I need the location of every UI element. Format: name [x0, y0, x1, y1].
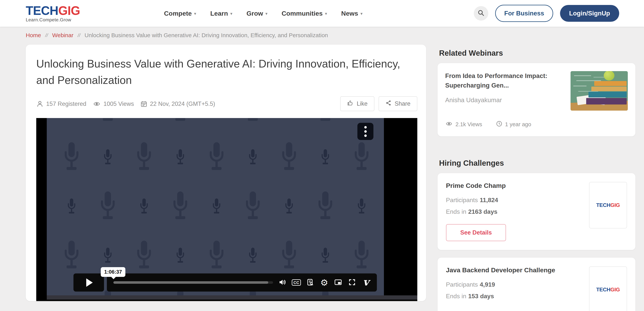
webinar-date: 22 Nov, 2024 (GMT+5.5)	[140, 100, 215, 107]
challenge-title[interactable]: Java Backend Developer Challenge	[446, 266, 583, 274]
challenge-card[interactable]: Java Backend Developer Challenge Partici…	[438, 258, 636, 311]
closed-captions-button[interactable]: CC	[292, 278, 301, 287]
page-title: Unlocking Business Value with Generative…	[36, 56, 408, 88]
play-icon	[86, 278, 93, 287]
share-icon	[386, 100, 392, 108]
player-overflow-menu-button[interactable]	[358, 123, 374, 140]
mic-icon	[102, 247, 114, 265]
nav-item-learn[interactable]: Learn▾	[210, 10, 232, 17]
share-button[interactable]: Share	[378, 96, 417, 111]
play-button[interactable]	[74, 274, 104, 292]
picture-in-picture-icon	[334, 278, 342, 287]
eye-icon	[445, 121, 453, 128]
nav-item-communities[interactable]: Communities▾	[282, 10, 327, 17]
mic-icon	[283, 198, 295, 216]
see-details-button[interactable]: See Details	[446, 224, 506, 241]
mic-icon	[314, 118, 336, 125]
mic-icon	[247, 247, 259, 265]
mic-pattern	[47, 118, 384, 295]
for-business-button[interactable]: For Business	[495, 5, 553, 22]
fullscreen-icon	[348, 278, 356, 287]
share-label: Share	[394, 100, 410, 107]
related-webinar-age: 1 year ago	[496, 120, 531, 128]
mic-icon	[102, 149, 114, 167]
transcript-icon	[306, 278, 314, 287]
mic-icon	[350, 141, 373, 175]
date-text: 22 Nov, 2024 (GMT+5.5)	[150, 100, 215, 107]
time-tooltip: 1:06:37	[101, 267, 125, 277]
hiring-challenges-heading: Hiring Challenges	[439, 159, 636, 167]
header-actions: For Business Login/SignUp	[474, 5, 619, 22]
video-content	[47, 118, 384, 295]
player-bottom-edge	[36, 300, 417, 301]
logo-text: TECHGIG	[26, 4, 80, 17]
transcript-button[interactable]	[306, 278, 315, 287]
mic-icon	[242, 118, 264, 125]
mic-icon	[314, 190, 336, 224]
mic-icon	[247, 149, 259, 167]
views-count: 1005 Views	[93, 100, 134, 107]
mic-icon	[138, 198, 150, 216]
clock-icon	[496, 120, 502, 128]
registered-text: 157 Registered	[46, 100, 86, 107]
webinar-card: Unlocking Business Value with Generative…	[26, 45, 426, 301]
mic-icon	[278, 239, 300, 273]
mic-icon	[133, 141, 155, 175]
challenge-title[interactable]: Prime Code Champ	[446, 182, 583, 189]
mic-icon	[210, 198, 223, 216]
nav-item-compete[interactable]: Compete▾	[164, 10, 196, 17]
mic-icon	[169, 118, 192, 125]
video-player[interactable]: 1:06:37	[36, 118, 417, 301]
progress-bar[interactable]	[113, 281, 273, 284]
breadcrumb-home[interactable]: Home	[26, 32, 41, 38]
login-signup-button[interactable]: Login/SignUp	[560, 5, 619, 22]
challenge-participants: Participants4,919	[446, 281, 583, 288]
mic-icon	[60, 239, 83, 273]
mic-icon	[278, 141, 300, 175]
challenge-card[interactable]: Prime Code Champ Participants11,824 Ends…	[438, 173, 636, 250]
thumbs-up-icon	[347, 100, 354, 108]
nav-label: News	[341, 10, 358, 17]
nav-item-grow[interactable]: Grow▾	[246, 10, 268, 17]
chevron-down-icon: ▾	[266, 11, 268, 16]
views-text: 1005 Views	[104, 100, 134, 107]
pip-button[interactable]	[334, 278, 342, 287]
challenge-ends: Ends in153 days	[446, 293, 583, 300]
vimeo-logo-button[interactable]: v	[362, 278, 370, 287]
fullscreen-button[interactable]	[348, 278, 356, 287]
chevron-down-icon: ▾	[360, 11, 362, 16]
settings-button[interactable]: ⚙	[320, 278, 328, 287]
related-webinar-thumbnail[interactable]	[570, 71, 628, 111]
vimeo-icon: v	[363, 277, 369, 287]
mic-icon	[60, 141, 83, 175]
mic-icon	[96, 190, 119, 224]
main-nav: Compete▾ Learn▾ Grow▾ Communities▾ News▾	[164, 10, 362, 17]
webinar-meta: 157 Registered 1005 Views 22 Nov, 2024 (…	[36, 96, 417, 112]
volume-icon	[278, 278, 286, 287]
mic-icon	[319, 247, 332, 265]
like-label: Like	[357, 100, 368, 107]
mic-icon	[96, 118, 119, 125]
mic-icon	[174, 247, 186, 265]
nav-label: Grow	[246, 10, 263, 17]
search-button[interactable]	[474, 6, 488, 20]
like-button[interactable]: Like	[340, 96, 374, 111]
nav-item-news[interactable]: News▾	[341, 10, 362, 17]
challenge-logo: TECHGIG	[589, 182, 627, 228]
chevron-down-icon: ▾	[325, 11, 327, 16]
related-webinars-heading: Related Webinars	[439, 49, 636, 57]
related-webinar-views: 2.1k Views	[445, 121, 482, 128]
related-webinar-title[interactable]: From Idea to Performance Impact: Superch…	[445, 71, 552, 90]
breadcrumb-webinar[interactable]: Webinar	[52, 32, 73, 38]
mic-icon	[205, 141, 228, 175]
apple	[604, 71, 614, 80]
nav-label: Communities	[282, 10, 323, 17]
header: TECHGIG Learn.Compete.Grow Compete▾ Lear…	[0, 0, 644, 27]
volume-button[interactable]	[278, 278, 287, 287]
techgig-logo[interactable]: TECHGIG Learn.Compete.Grow	[26, 4, 80, 22]
related-webinar-card[interactable]: From Idea to Performance Impact: Superch…	[438, 63, 636, 136]
search-icon	[478, 9, 485, 17]
gear-icon: ⚙	[320, 278, 328, 287]
challenge-participants: Participants11,824	[446, 197, 583, 204]
sidebar: Related Webinars From Idea to Performanc…	[438, 45, 636, 311]
